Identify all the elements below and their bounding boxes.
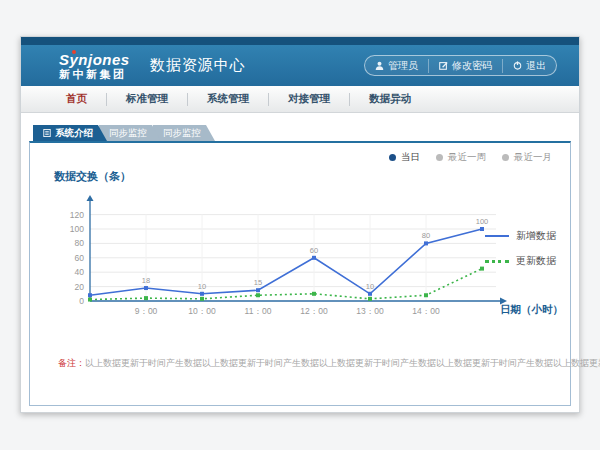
user-menu-button[interactable]: 管理员 (365, 59, 428, 73)
svg-text:80: 80 (75, 238, 85, 248)
chart-legend: 新增数据 更新数据 (485, 229, 556, 268)
radio-dot-icon (389, 154, 396, 161)
change-password-button[interactable]: 修改密码 (428, 59, 502, 73)
filter-label: 最近一周 (448, 151, 486, 164)
radio-dot-icon (436, 154, 443, 161)
brand-name-cn: 新中新集团 (59, 69, 130, 80)
nav-item-interface-mgmt[interactable]: 对接管理 (269, 92, 349, 106)
svg-text:15: 15 (254, 278, 262, 287)
dotted-line-swatch-icon (485, 260, 509, 263)
brand-name-en: Synjones (59, 52, 130, 67)
tab-label: 同步监控 (109, 125, 147, 141)
filter-last-week[interactable]: 最近一周 (436, 151, 486, 164)
y-axis-title: 数据交换（条） (54, 169, 131, 184)
top-accent-bar (21, 37, 579, 45)
filter-last-month[interactable]: 最近一月 (502, 151, 552, 164)
logo-red-dot-icon (72, 50, 76, 54)
filter-label: 当日 (401, 151, 420, 164)
logout-label: 退出 (526, 59, 546, 73)
svg-text:100: 100 (476, 217, 489, 226)
nav-item-standard-mgmt[interactable]: 标准管理 (107, 92, 187, 106)
chart-panel: 当日 最近一周 最近一月 数据交换（条） 0204060801001209：00… (29, 141, 571, 406)
legend-label: 新增数据 (516, 229, 556, 243)
x-axis-title: 日期（小时） (500, 303, 563, 317)
user-icon (375, 61, 384, 70)
svg-text:40: 40 (75, 267, 85, 277)
svg-text:18: 18 (142, 276, 150, 285)
nav-item-system-mgmt[interactable]: 系统管理 (188, 92, 268, 106)
user-label: 管理员 (388, 59, 418, 73)
time-range-filters: 当日 最近一周 最近一月 (389, 151, 552, 164)
tab-sync-monitor-1[interactable]: 同步监控 (99, 125, 161, 141)
svg-text:11：00: 11：00 (245, 306, 272, 316)
logout-icon (513, 61, 522, 70)
tab-bar: 系统介绍 同步监控 同步监控 (33, 125, 207, 141)
nav-item-data-change[interactable]: 数据异动 (350, 92, 430, 106)
app-header: Synjones 新中新集团 数据资源中心 管理员 修改密码 (21, 45, 579, 86)
svg-text:120: 120 (70, 210, 84, 220)
filter-today[interactable]: 当日 (389, 151, 420, 164)
edit-icon (439, 61, 448, 70)
tab-sync-monitor-2[interactable]: 同步监控 (153, 125, 215, 141)
legend-item-updated-data[interactable]: 更新数据 (485, 254, 556, 268)
tab-label: 同步监控 (163, 125, 201, 141)
svg-text:100: 100 (70, 224, 84, 234)
footnote: 备注：以上数据更新于时间产生数据以上数据更新于时间产生数据以上数据更新于时间产生… (58, 357, 600, 370)
svg-text:10: 10 (198, 282, 206, 291)
legend-item-new-data[interactable]: 新增数据 (485, 229, 556, 243)
main-nav: 首页 标准管理 系统管理 对接管理 数据异动 (21, 86, 579, 113)
app-window: Synjones 新中新集团 数据资源中心 管理员 修改密码 (20, 36, 580, 413)
logout-button[interactable]: 退出 (502, 59, 556, 73)
svg-text:20: 20 (75, 282, 85, 292)
svg-text:10: 10 (366, 282, 374, 291)
page-title: 数据资源中心 (150, 56, 246, 75)
svg-text:80: 80 (422, 231, 430, 240)
tab-system-intro[interactable]: 系统介绍 (33, 125, 107, 141)
footnote-prefix: 备注： (58, 358, 85, 368)
svg-text:60: 60 (75, 253, 85, 263)
radio-dot-icon (502, 154, 509, 161)
document-icon (43, 129, 51, 137)
change-password-label: 修改密码 (452, 59, 492, 73)
legend-label: 更新数据 (516, 254, 556, 268)
line-chart: 0204060801001209：0010：0011：0012：0013：001… (44, 183, 514, 343)
footnote-text: 以上数据更新于时间产生数据以上数据更新于时间产生数据以上数据更新于时间产生数据以… (85, 358, 600, 368)
page-background: Synjones 新中新集团 数据资源中心 管理员 修改密码 (0, 0, 600, 450)
tab-label: 系统介绍 (55, 125, 93, 141)
nav-item-home[interactable]: 首页 (47, 92, 106, 106)
svg-text:10：00: 10：00 (188, 306, 216, 316)
svg-text:13：00: 13：00 (356, 306, 384, 316)
brand-logo: Synjones 新中新集团 (59, 52, 130, 80)
svg-text:0: 0 (79, 296, 84, 306)
user-toolbar: 管理员 修改密码 退出 (364, 55, 557, 76)
solid-line-swatch-icon (485, 235, 509, 237)
svg-text:9：00: 9：00 (135, 306, 158, 316)
svg-text:60: 60 (310, 246, 318, 255)
svg-text:12：00: 12：00 (300, 306, 328, 316)
svg-text:14：00: 14：00 (412, 306, 440, 316)
filter-label: 最近一月 (514, 151, 552, 164)
